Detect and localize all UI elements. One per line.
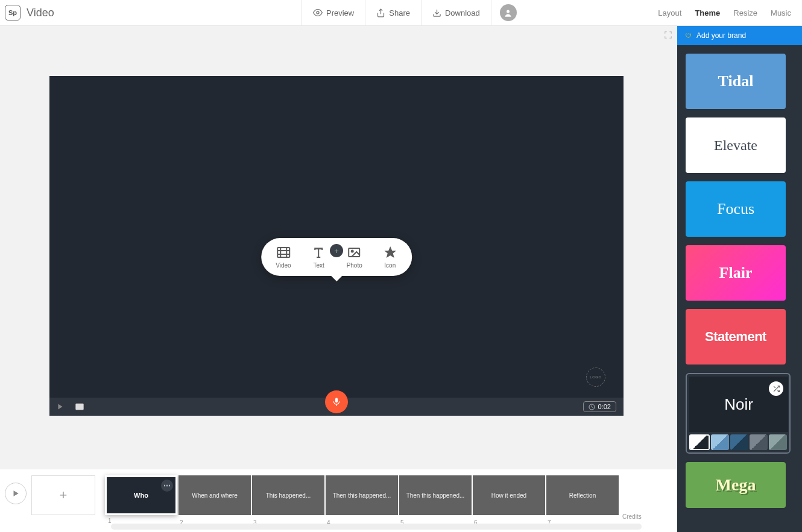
microphone-icon <box>332 397 341 407</box>
add-slide-button[interactable]: + <box>31 475 95 515</box>
color-swatch[interactable] <box>689 434 710 450</box>
slide-menu-button[interactable]: ⋯ <box>161 480 173 492</box>
header-actions: Preview Share Download <box>302 0 517 26</box>
timeline-slide[interactable]: When and where2 <box>178 475 251 515</box>
svg-line-19 <box>774 386 775 388</box>
color-swatch[interactable] <box>750 434 768 450</box>
project-title-input[interactable] <box>27 7 147 19</box>
svg-rect-13 <box>75 404 83 410</box>
color-palette <box>689 434 787 450</box>
app-header: Sp Preview Share Download Layout Theme R… <box>0 0 802 26</box>
color-swatch[interactable] <box>730 434 748 450</box>
video-icon <box>276 245 291 260</box>
svg-point-10 <box>352 251 353 252</box>
header-nav: Layout Theme Resize Music <box>658 8 791 17</box>
text-icon <box>312 245 326 260</box>
canvas[interactable]: Video Text Photo Icon + LOGO <box>49 76 624 416</box>
photo-icon <box>347 245 362 260</box>
shuffle-icon <box>772 385 780 393</box>
add-video-button[interactable]: Video <box>276 245 291 269</box>
app-logo[interactable]: Sp <box>5 5 21 20</box>
color-swatch[interactable] <box>769 434 787 450</box>
timeline-slide[interactable]: Then this happened...4 <box>326 475 398 515</box>
play-all-button[interactable] <box>5 483 27 504</box>
nav-resize[interactable]: Resize <box>733 8 757 17</box>
download-button[interactable]: Download <box>422 0 491 26</box>
svg-rect-4 <box>277 248 289 257</box>
badge-icon: 🛡 <box>686 33 692 39</box>
duration-button[interactable]: 0:02 <box>583 401 616 412</box>
timeline-slide[interactable]: How it ended6 <box>473 475 545 515</box>
theme-statement[interactable]: Statement <box>686 309 786 365</box>
add-content-button[interactable]: + <box>330 244 343 257</box>
share-button[interactable]: Share <box>365 0 422 26</box>
credits-label: Credits <box>622 513 642 520</box>
svg-point-0 <box>317 11 319 14</box>
timeline-slide[interactable]: Reflection7 <box>546 475 619 515</box>
timeline-slide[interactable]: Who⋯1 <box>105 475 177 515</box>
eye-icon <box>313 8 323 17</box>
workspace: Video Text Photo Icon + LOGO <box>0 26 677 532</box>
svg-point-3 <box>507 10 510 13</box>
caption-icon[interactable] <box>75 402 84 411</box>
timeline: + Who⋯1When and where2This happened...3T… <box>0 469 677 532</box>
download-icon <box>432 8 441 17</box>
canvas-controls: 0:02 <box>49 398 624 416</box>
star-icon <box>383 245 397 260</box>
theme-focus[interactable]: Focus <box>686 181 786 237</box>
add-text-button[interactable]: Text <box>312 245 326 269</box>
timeline-slide[interactable]: This happened...3 <box>252 475 324 515</box>
theme-tidal[interactable]: Tidal <box>686 54 786 109</box>
svg-marker-12 <box>58 404 63 410</box>
add-photo-button[interactable]: Photo <box>347 245 362 269</box>
nav-music[interactable]: Music <box>771 8 791 17</box>
shuffle-button[interactable] <box>769 381 783 396</box>
theme-flair[interactable]: Flair <box>686 245 786 301</box>
theme-mega[interactable]: Mega <box>686 462 786 508</box>
timeline-slide[interactable]: Then this happened...5 <box>399 475 472 515</box>
theme-sidebar: 🛡 Add your brand Tidal Elevate Focus Fla… <box>677 26 802 532</box>
nav-layout[interactable]: Layout <box>658 8 681 17</box>
color-swatch[interactable] <box>711 434 729 450</box>
svg-marker-11 <box>384 246 396 258</box>
play-icon <box>11 489 20 498</box>
svg-marker-16 <box>14 490 19 496</box>
record-button[interactable] <box>325 390 348 413</box>
share-icon <box>376 8 385 17</box>
logo-placeholder[interactable]: LOGO <box>586 368 605 387</box>
play-icon[interactable] <box>57 403 64 410</box>
user-icon <box>504 8 513 17</box>
theme-noir-selected[interactable]: Noir <box>686 373 791 454</box>
nav-theme[interactable]: Theme <box>695 8 720 17</box>
theme-elevate[interactable]: Elevate <box>686 117 786 173</box>
svg-rect-14 <box>335 398 338 402</box>
clock-icon <box>589 404 595 410</box>
account-button[interactable] <box>500 4 517 21</box>
add-icon-button[interactable]: Icon <box>383 245 397 269</box>
add-brand-button[interactable]: 🛡 Add your brand <box>677 26 802 45</box>
timeline-scrollbar[interactable] <box>111 524 642 530</box>
preview-button[interactable]: Preview <box>302 0 365 26</box>
expand-icon[interactable] <box>664 31 672 42</box>
